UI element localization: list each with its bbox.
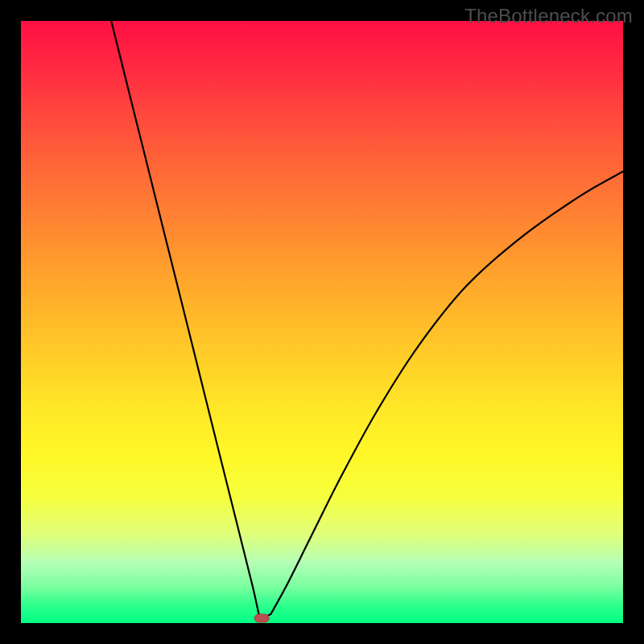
watermark-text: TheBottleneck.com bbox=[464, 5, 633, 27]
bottleneck-curve-left bbox=[111, 21, 258, 614]
bottleneck-curve-right bbox=[270, 171, 623, 614]
minimum-marker bbox=[254, 614, 269, 622]
plot-area bbox=[21, 21, 623, 623]
chart-frame: TheBottleneck.com bbox=[0, 0, 644, 644]
chart-overlay-svg bbox=[21, 21, 623, 623]
